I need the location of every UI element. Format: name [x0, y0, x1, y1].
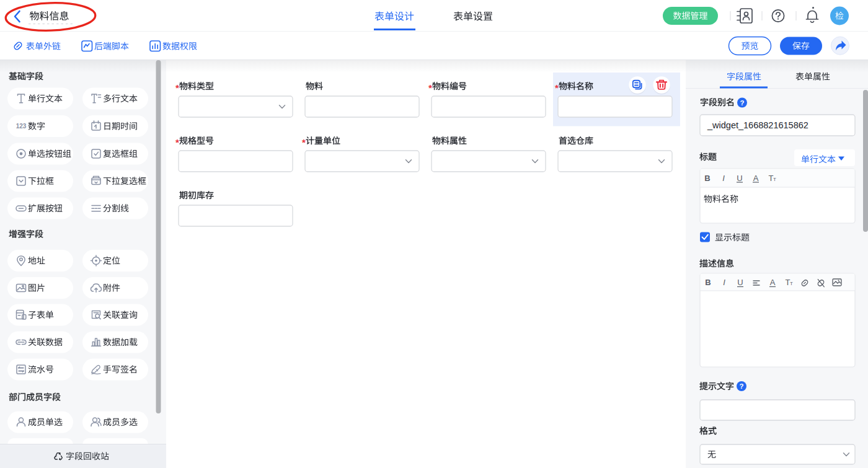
- svg-text:*: *: [555, 82, 559, 93]
- svg-text:I: I: [722, 174, 725, 183]
- svg-text:U: U: [737, 278, 743, 287]
- svg-text:B: B: [705, 278, 711, 287]
- svg-text:*: *: [175, 137, 179, 148]
- svg-text:*: *: [302, 137, 306, 148]
- svg-text:B: B: [704, 174, 710, 183]
- svg-text:T: T: [773, 177, 776, 182]
- svg-text:*: *: [175, 82, 179, 93]
- svg-text:A: A: [753, 174, 759, 183]
- svg-text:*: *: [428, 82, 432, 93]
- svg-text:_widget_1668821615862: _widget_1668821615862: [707, 120, 808, 130]
- svg-text:U: U: [737, 174, 742, 183]
- svg-text:123: 123: [16, 123, 27, 130]
- svg-text:?: ?: [740, 99, 744, 107]
- svg-text:?: ?: [739, 382, 743, 390]
- svg-text:T: T: [790, 281, 793, 286]
- svg-text:A: A: [770, 278, 776, 287]
- svg-text:I: I: [723, 278, 725, 287]
